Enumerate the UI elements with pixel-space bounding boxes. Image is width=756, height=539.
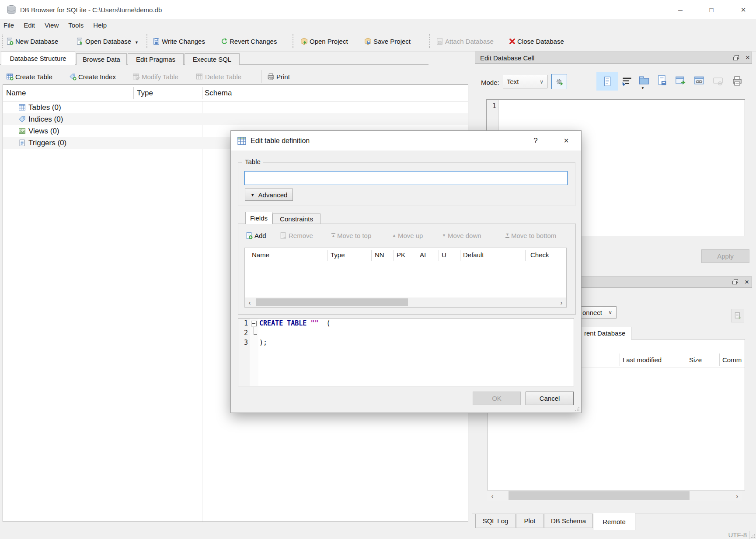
advanced-button[interactable]: ▼ Advanced: [245, 189, 293, 201]
add-field-icon: [245, 232, 253, 239]
open-in-app-icon[interactable]: [675, 76, 686, 86]
float-panel-icon[interactable]: [732, 279, 739, 285]
edit-cell-panel-header: Edit Database Cell: [475, 52, 752, 64]
print-button[interactable]: Print: [267, 66, 290, 87]
link-icon[interactable]: [694, 76, 705, 86]
scroll-right-icon[interactable]: ›: [557, 298, 566, 307]
write-changes-button[interactable]: Write Changes: [153, 31, 205, 52]
grid-column-name[interactable]: Name: [252, 251, 269, 259]
fields-grid-h-scrollbar[interactable]: ‹ ›: [245, 298, 566, 307]
remote-column-last-modified[interactable]: Last modified: [623, 356, 662, 364]
dock-tab-remote[interactable]: Remote: [593, 513, 635, 530]
tree-column-schema[interactable]: Schema: [205, 89, 232, 98]
maximize-button[interactable]: □: [701, 0, 722, 19]
dialog-close-button[interactable]: ×: [557, 131, 575, 150]
toolbar-separator: [429, 34, 430, 48]
create-index-icon: [69, 73, 77, 80]
float-panel-icon[interactable]: [733, 55, 740, 61]
menu-edit[interactable]: Edit: [19, 21, 40, 29]
remote-column-commit[interactable]: Comm: [722, 356, 742, 364]
close-window-button[interactable]: ×: [733, 0, 754, 19]
create-index-button[interactable]: Create Index: [69, 66, 116, 87]
add-field-button[interactable]: Add: [245, 229, 266, 242]
resize-grip-icon[interactable]: [750, 533, 756, 539]
header-separator: [460, 250, 460, 261]
tree-column-type[interactable]: Type: [137, 89, 153, 98]
grid-column-check[interactable]: Check: [530, 251, 549, 259]
dialog-tab-fields[interactable]: Fields: [245, 212, 272, 224]
header-separator: [371, 250, 372, 261]
remote-h-scrollbar[interactable]: ‹ ›: [487, 490, 742, 501]
scroll-left-icon[interactable]: ‹: [245, 298, 254, 307]
delete-table-icon: [196, 73, 203, 80]
tree-column-name[interactable]: Name: [6, 89, 26, 98]
import-data-icon[interactable]: [638, 75, 650, 86]
tree-row-tables[interactable]: Tables (0): [3, 102, 468, 113]
toolbar-separator: [146, 34, 147, 48]
open-database-button[interactable]: Open Database: [76, 31, 131, 52]
statusbar-separator: [749, 531, 750, 539]
dialog-resize-grip-icon[interactable]: [575, 406, 580, 412]
dock-tab-plot[interactable]: Plot: [516, 514, 543, 528]
tab-browse-data[interactable]: Browse Data: [76, 53, 127, 65]
remote-column-size[interactable]: Size: [689, 356, 702, 364]
create-table-button[interactable]: Create Table: [6, 66, 52, 87]
attach-database-icon: [436, 38, 443, 45]
sql-paren: (: [327, 319, 331, 327]
print-cell-icon[interactable]: [732, 76, 742, 86]
close-database-button[interactable]: Close Database: [509, 31, 564, 52]
grid-column-type[interactable]: Type: [331, 251, 345, 259]
sql-line-number: 2: [238, 329, 248, 337]
minimize-button[interactable]: –: [670, 0, 691, 19]
auto-switch-mode-button[interactable]: [551, 74, 567, 89]
dialog-title: Edit table definition: [251, 131, 310, 150]
grid-column-pk[interactable]: PK: [397, 251, 405, 259]
grid-column-default[interactable]: Default: [463, 251, 484, 259]
mode-select[interactable]: Text ∨: [503, 75, 547, 88]
dialog-tab-constraints[interactable]: Constraints: [272, 214, 321, 224]
fold-line-end: [254, 334, 257, 335]
indices-icon: [18, 116, 26, 123]
scroll-left-icon[interactable]: ‹: [487, 490, 498, 501]
menu-help[interactable]: Help: [88, 21, 111, 29]
triggers-icon: [18, 139, 26, 147]
menu-file[interactable]: File: [0, 21, 19, 29]
tab-database-structure[interactable]: Database Structure: [1, 52, 75, 65]
cancel-button[interactable]: Cancel: [526, 392, 574, 405]
sql-line-1: CREATE TABLE "" (: [259, 319, 331, 327]
word-wrap-icon[interactable]: [622, 77, 632, 86]
tab-edit-pragmas[interactable]: Edit Pragmas: [128, 53, 184, 65]
save-project-button[interactable]: Save Project: [364, 31, 411, 52]
menu-view[interactable]: View: [40, 21, 63, 29]
dock-tab-db-schema[interactable]: DB Schema: [544, 514, 593, 528]
edit-table-dialog: Edit table definition ? × Table ▼ Advanc…: [230, 130, 582, 413]
scrollbar-thumb[interactable]: [509, 491, 690, 500]
toolbar-separator: [293, 34, 293, 48]
revert-changes-button[interactable]: Revert Changes: [220, 31, 277, 52]
new-database-button[interactable]: New Database: [6, 31, 58, 52]
open-project-button[interactable]: Open Project: [300, 31, 348, 52]
menu-tools[interactable]: Tools: [63, 21, 88, 29]
tree-row-indices[interactable]: Indices (0): [3, 113, 468, 125]
close-panel-icon[interactable]: ×: [742, 52, 753, 64]
dock-tab-sql-log[interactable]: SQL Log: [475, 514, 516, 528]
header-separator: [133, 87, 134, 99]
open-database-dropdown-arrow[interactable]: ▼: [135, 40, 139, 45]
import-dropdown-arrow[interactable]: ▼: [641, 86, 645, 90]
export-data-icon[interactable]: [657, 75, 667, 86]
modify-table-button: Modify Table: [132, 66, 178, 87]
tab-execute-sql[interactable]: Execute SQL: [185, 53, 240, 65]
new-database-icon: [6, 38, 14, 45]
grid-column-nn[interactable]: NN: [375, 251, 384, 259]
scrollbar-thumb[interactable]: [256, 298, 408, 306]
grid-column-ai[interactable]: AI: [420, 251, 426, 259]
close-panel-icon[interactable]: ×: [742, 276, 752, 288]
scroll-right-icon[interactable]: ›: [732, 490, 742, 501]
revert-changes-icon: [220, 38, 228, 45]
grid-column-u[interactable]: U: [442, 251, 446, 259]
dialog-help-button[interactable]: ?: [527, 131, 544, 150]
set-null-icon: [713, 77, 723, 86]
text-mode-toggle[interactable]: [596, 72, 618, 91]
table-name-input[interactable]: [244, 171, 568, 185]
fold-marker-icon[interactable]: [251, 321, 257, 326]
